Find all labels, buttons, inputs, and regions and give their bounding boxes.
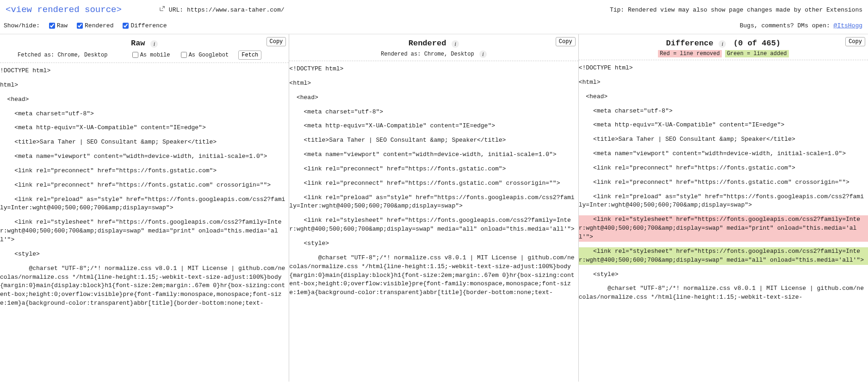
difference-counter: (0 of 465) (733, 39, 781, 48)
source-line: <link rel="preconnect" href="https://fon… (289, 179, 578, 188)
source-line: @charset "UTF-8";/*! normalize.css v8.0.… (289, 254, 578, 297)
legend-removed: Red = line removed (658, 50, 722, 57)
diff-line: @charset "UTF-8";/*! normalize.css v8.0.… (579, 284, 868, 302)
rendered-checkbox-label: Rendered (85, 22, 113, 29)
source-line: <meta charset="utf-8"> (0, 110, 289, 119)
as-googlebot-label: As Googlebot (189, 52, 229, 58)
diff-line: <meta name="viewport" content="width=dev… (579, 150, 868, 158)
tip-text: Tip: Rendered view may also show page ch… (610, 6, 862, 13)
raw-title: Raw (131, 39, 145, 48)
diff-line: <meta charset="utf-8"> (579, 107, 868, 116)
source-line: <head> (289, 94, 578, 102)
source-line: <title>Sara Taher | SEO Consultant &amp;… (289, 136, 578, 145)
legend-added: Green = line added (725, 50, 789, 57)
source-line: <meta http-equiv="X-UA-Compatible" conte… (289, 122, 578, 131)
rendered-as: Rendered as: Chrome, Desktop (381, 51, 474, 57)
diff-line: <title>Sara Taher | SEO Consultant &amp;… (579, 135, 868, 144)
source-line: !DOCTYPE html> (0, 67, 289, 75)
rendered-title: Rendered (409, 39, 446, 48)
diff-line: <html> (579, 78, 868, 87)
bugs-link[interactable]: @ItsHogg (834, 22, 862, 29)
diff-line: <link rel="preconnect" href="https://fon… (579, 178, 868, 187)
panel-rendered: Rendered i Copy Rendered as: Chrome, Des… (289, 34, 578, 382)
source-line: <link rel="preconnect" href="https://fon… (0, 167, 289, 176)
url-label: URL: (169, 6, 183, 13)
external-link-icon (159, 6, 165, 14)
toggle-rendered[interactable]: Rendered (75, 21, 113, 30)
as-mobile-label: As mobile (140, 52, 170, 58)
url-value: https://www.sara-taher.com/ (187, 6, 285, 13)
app-logo: <view rendered source> (6, 5, 122, 15)
difference-checkbox[interactable] (123, 23, 129, 29)
source-line: <title>Sara Taher | SEO Consultant &amp;… (0, 138, 289, 147)
source-line: <meta name="viewport" content="width=dev… (289, 151, 578, 159)
source-line: <meta http-equiv="X-UA-Compatible" conte… (0, 124, 289, 132)
raw-checkbox-label: Raw (57, 22, 68, 29)
source-line: <link rel="stylesheet" href="https://fon… (289, 216, 578, 234)
source-line: <html> (289, 79, 578, 88)
source-line: @charset "UTF-8";/*! normalize.css v8.0.… (0, 264, 289, 308)
panel-raw: Raw i Copy Fetched as: Chrome, Desktop A… (0, 34, 289, 382)
bugs-text: Bugs, comments? DMs open: (740, 22, 834, 29)
rendered-checkbox[interactable] (77, 23, 83, 29)
rendered-copy-button[interactable]: Copy (556, 37, 576, 46)
raw-copy-button[interactable]: Copy (267, 37, 286, 46)
difference-checkbox-label: Difference (130, 22, 167, 29)
source-line: <link rel="preload" as="style" href="htt… (0, 195, 289, 213)
diff-line-added: <link rel="stylesheet" href="https://fon… (579, 247, 868, 265)
panel-difference: Difference i (0 of 465) Copy Red = line … (579, 34, 868, 382)
source-line: <head> (0, 95, 289, 104)
source-line: <style> (0, 250, 289, 259)
raw-source-body[interactable]: !DOCTYPE html>html> <head> <meta charset… (0, 63, 289, 382)
as-mobile-checkbox[interactable] (132, 52, 138, 58)
difference-title: Difference (666, 39, 713, 48)
as-googlebot-checkbox[interactable] (181, 52, 187, 58)
diff-line: <link rel="preload" as="style" href="htt… (579, 193, 868, 210)
showhide-label: Show/hide: (4, 22, 40, 29)
source-line: <meta name="viewport" content="width=dev… (0, 152, 289, 161)
fetch-button[interactable]: Fetch (238, 50, 261, 60)
source-line: <meta charset="utf-8"> (289, 108, 578, 117)
raw-checkbox[interactable] (49, 23, 55, 29)
raw-fetched-as: Fetched as: Chrome, Desktop (18, 52, 107, 58)
toggle-raw[interactable]: Raw (47, 21, 68, 30)
rendered-source-body[interactable]: <!DOCTYPE html><html> <head> <meta chars… (289, 61, 578, 382)
diff-line: <head> (579, 93, 868, 101)
as-googlebot-toggle[interactable]: As Googlebot (179, 52, 229, 58)
as-mobile-toggle[interactable]: As mobile (130, 52, 170, 58)
info-icon[interactable]: i (452, 40, 459, 48)
source-line: <link rel="stylesheet" href="https://fon… (0, 218, 289, 245)
toggle-difference[interactable]: Difference (121, 21, 167, 30)
info-icon[interactable]: i (479, 50, 487, 58)
diff-line: <style> (579, 270, 868, 279)
difference-copy-button[interactable]: Copy (845, 37, 865, 46)
source-line: <!DOCTYPE html> (289, 65, 578, 74)
source-line: <link rel="preload" as="style" href="htt… (289, 194, 578, 211)
info-icon[interactable]: i (150, 40, 158, 48)
source-line: html> (0, 81, 289, 90)
source-line: <link rel="preconnect" href="https://fon… (0, 181, 289, 190)
diff-line: <!DOCTYPE html> (579, 64, 868, 73)
diff-line: <meta http-equiv="X-UA-Compatible" conte… (579, 121, 868, 130)
info-icon[interactable]: i (719, 40, 726, 48)
source-line: <link rel="preconnect" href="https://fon… (289, 165, 578, 174)
source-line: <style> (289, 239, 578, 248)
diff-line-removed: <link rel="stylesheet" href="https://fon… (579, 215, 868, 242)
difference-source-body[interactable]: <!DOCTYPE html><html> <head> <meta chars… (579, 60, 868, 382)
diff-line: <link rel="preconnect" href="https://fon… (579, 164, 868, 173)
